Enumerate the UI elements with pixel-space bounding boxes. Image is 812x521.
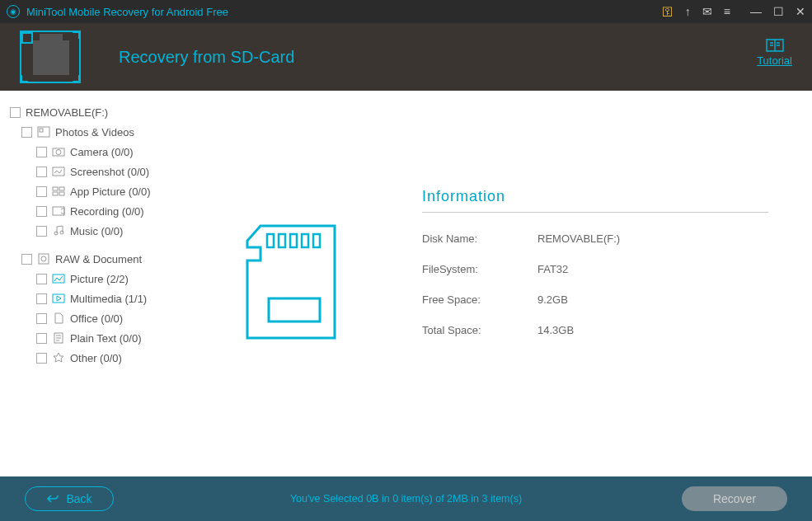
upgrade-icon[interactable]: ↑ [685,5,691,18]
close-button[interactable]: ✕ [796,5,805,18]
svg-rect-6 [59,187,64,190]
tutorial-label: Tutorial [757,54,792,67]
recover-button[interactable]: Recover [682,486,787,511]
tutorial-link[interactable]: Tutorial [757,38,792,67]
key-icon[interactable]: ⚿ [662,5,674,18]
info-value: FAT32 [537,263,568,275]
svg-rect-12 [39,254,49,264]
checkbox[interactable] [36,353,47,364]
multimedia-icon [52,292,65,305]
sidebar: REMOVABLE(F:) Photos & Videos Camera (0/… [0,91,195,476]
checkbox[interactable] [36,274,47,284]
info-value: 14.3GB [537,324,574,336]
tree-item-recording[interactable]: Recording (0/0) [36,201,195,221]
tree-item-office[interactable]: Office (0/0) [36,308,195,328]
info-heading: Information [422,188,768,213]
photos-icon [37,125,50,138]
info-row-totalspace: Total Space: 14.3GB [422,324,768,336]
checkbox[interactable] [36,313,47,324]
checkbox[interactable] [36,293,47,304]
tree-group-raw[interactable]: RAW & Document [21,249,195,269]
info-row-freespace: Free Space: 9.2GB [422,293,768,306]
tree-item-plaintext[interactable]: Plain Text (0/0) [36,328,195,348]
sd-card-icon [20,31,81,83]
checkbox[interactable] [36,226,47,237]
item-label: Camera (0/0) [70,146,134,158]
tree-drive[interactable]: REMOVABLE(F:) [10,102,195,122]
plaintext-icon [52,331,65,345]
tree-item-music[interactable]: Music (0/0) [36,221,195,241]
minimize-button[interactable]: — [750,5,762,18]
back-label: Back [66,492,92,505]
tree-item-other[interactable]: Other (0/0) [36,348,195,368]
recording-icon [52,204,65,218]
info-key: Total Space: [422,324,537,336]
item-label: Other (0/0) [70,352,122,364]
mail-icon[interactable]: ✉ [702,5,712,18]
svg-rect-7 [53,192,58,195]
other-icon [52,351,65,364]
tree-item-picture[interactable]: Picture (2/2) [36,269,195,289]
item-label: Screenshot (0/0) [70,166,149,178]
camera-icon [52,145,65,158]
content-area: REMOVABLE(F:) Photos & Videos Camera (0/… [0,91,812,476]
tree-item-multimedia[interactable]: Multimedia (1/1) [36,289,195,308]
main-panel: Information Disk Name: REMOVABLE(F:) Fil… [195,91,812,476]
svg-rect-8 [59,192,64,195]
svg-rect-1 [40,129,43,132]
tree-item-apppicture[interactable]: App Picture (0/0) [36,181,195,201]
group-label: Photos & Videos [55,126,134,138]
picture-icon [52,272,65,285]
info-key: Free Space: [422,293,537,306]
tree-item-screenshot[interactable]: Screenshot (0/0) [36,162,195,181]
checkbox[interactable] [36,147,47,157]
svg-rect-17 [267,234,274,247]
svg-rect-14 [53,275,64,283]
app-icon: ◉ [7,5,20,18]
back-button[interactable]: Back [25,486,114,511]
item-label: Plain Text (0/0) [70,332,141,345]
office-icon [52,312,65,325]
checkbox[interactable] [36,186,47,197]
tree-item-camera[interactable]: Camera (0/0) [36,142,195,162]
menu-icon[interactable]: ≡ [724,5,730,18]
selection-status: You've Selected 0B in 0 item(s) of 2MB i… [290,493,522,505]
music-icon [52,224,65,237]
maximize-button[interactable]: ☐ [773,5,784,18]
item-label: Recording (0/0) [70,205,144,218]
raw-icon [37,252,50,265]
item-label: Music (0/0) [70,225,123,237]
svg-rect-21 [313,234,320,247]
item-label: App Picture (0/0) [70,185,151,198]
checkbox[interactable] [21,127,32,138]
item-label: Multimedia (1/1) [70,293,147,305]
checkbox[interactable] [36,206,47,217]
svg-rect-19 [290,234,297,247]
screenshot-icon [52,165,65,178]
window-controls: ⚿ ↑ ✉ ≡ — ☐ ✕ [662,5,805,18]
checkbox[interactable] [36,167,47,177]
info-row-filesystem: FileSystem: FAT32 [422,263,768,275]
checkbox[interactable] [10,107,21,118]
page-title: Recovery from SD-Card [119,48,294,67]
titlebar: ◉ MiniTool Mobile Recovery for Android F… [0,0,812,23]
page-header: Recovery from SD-Card Tutorial [0,23,812,91]
apppicture-icon [52,185,65,198]
svg-point-13 [41,256,46,261]
item-label: Office (0/0) [70,312,123,325]
svg-rect-5 [53,187,58,190]
info-value: 9.2GB [537,293,568,306]
back-arrow-icon [46,494,59,504]
svg-rect-18 [279,234,285,247]
info-panel: Information Disk Name: REMOVABLE(F:) Fil… [422,188,768,354]
tree-group-photos[interactable]: Photos & Videos [21,122,195,142]
checkbox[interactable] [21,254,32,265]
svg-rect-4 [53,167,64,176]
recover-label: Recover [713,492,756,505]
svg-rect-15 [53,294,64,303]
checkbox[interactable] [36,333,47,344]
svg-point-3 [56,150,61,155]
svg-rect-20 [302,234,308,247]
drive-label: REMOVABLE(F:) [26,106,108,119]
info-row-diskname: Disk Name: REMOVABLE(F:) [422,232,768,245]
